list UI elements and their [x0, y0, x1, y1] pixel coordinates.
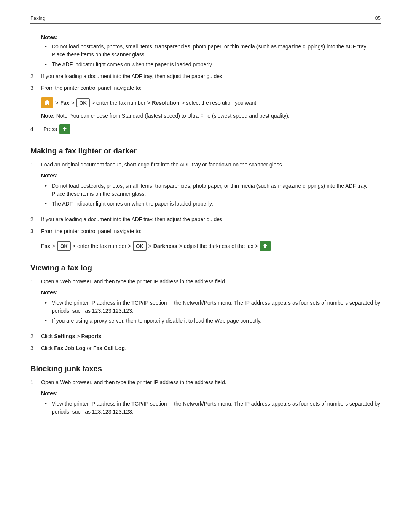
cmd1-select: > select the resolution you want	[182, 100, 256, 106]
cmd2-arrow1: >	[52, 243, 55, 249]
note-resolution: Note: Note: You can choose from Standard…	[41, 112, 381, 120]
fax-log-note-1: View the printer IP address in the TCP/I…	[45, 299, 381, 315]
step-2-num: 2	[30, 72, 41, 80]
section-lighter-heading: Making a fax lighter or darker	[30, 147, 381, 155]
fax-log-step-3: 3 Click Fax Job Log or Fax Call Log.	[30, 344, 381, 352]
command-line-1: > Fax > OK > enter the fax number > Reso…	[41, 97, 381, 108]
fax-log-step-1-num: 1	[30, 278, 41, 329]
fax-log-notes-block: Notes: View the printer IP address in th…	[41, 289, 381, 325]
step-3-num: 3	[30, 84, 41, 92]
cmd1-resolution: Resolution	[152, 100, 179, 106]
step-3-content: From the printer control panel, navigate…	[41, 84, 381, 92]
page: Faxing 85 Notes: Do not load postcards, …	[0, 0, 411, 532]
blocking-step-1-content: Open a Web browser, and then type the pr…	[41, 379, 381, 420]
top-notes-label: Notes:	[41, 34, 381, 40]
lighter-steps-list: 1 Load an original document faceup, shor…	[30, 161, 381, 235]
blocking-note-1: View the printer IP address in the TCP/I…	[45, 400, 381, 416]
header-page-num: 85	[375, 15, 381, 21]
lighter-step-1: 1 Load an original document faceup, shor…	[30, 161, 381, 212]
submit-icon-1	[59, 124, 70, 134]
lighter-step-2-num: 2	[30, 216, 41, 224]
svg-marker-0	[62, 127, 67, 131]
ok-button-1: OK	[76, 98, 90, 107]
lighter-step-3-num: 3	[30, 227, 41, 235]
section-fax-log-heading: Viewing a fax log	[30, 264, 381, 272]
lighter-notes-label: Notes:	[41, 172, 381, 180]
cmd2-fax: Fax	[41, 243, 50, 249]
lighter-note-2: The ADF indicator light comes on when th…	[45, 200, 381, 208]
section-blocking-heading: Blocking junk faxes	[30, 364, 381, 373]
top-notes-block: Notes: Do not load postcards, photos, sm…	[41, 34, 381, 69]
top-note-item-2: The ADF indicator light comes on when th…	[45, 61, 381, 69]
header-section: Faxing	[30, 15, 45, 21]
top-notes-list: Do not load postcards, photos, small ite…	[41, 43, 381, 69]
step-2: 2 If you are loading a document into the…	[30, 72, 381, 80]
cmd1-enter-fax: > enter the fax number >	[92, 100, 150, 106]
cmd1-arrow2: >	[71, 100, 74, 106]
home-icon	[41, 97, 53, 108]
fax-log-note-2: If you are using a proxy server, then te…	[45, 317, 381, 325]
cmd1-arrow1: >	[55, 100, 58, 106]
lighter-step-3: 3 From the printer control panel, naviga…	[30, 227, 381, 235]
fax-log-step-1: 1 Open a Web browser, and then type the …	[30, 278, 381, 329]
fax-log-step-2-num: 2	[30, 332, 41, 340]
step-4-period: .	[72, 126, 74, 132]
lighter-notes-list: Do not load postcards, photos, small ite…	[41, 182, 381, 208]
fax-log-step-1-content: Open a Web browser, and then type the pr…	[41, 278, 381, 329]
lighter-notes-block: Notes: Do not load postcards, photos, sm…	[41, 172, 381, 208]
blocking-notes-list: View the printer IP address in the TCP/I…	[41, 400, 381, 416]
cmd2-adjust: > adjust the darkness of the fax >	[179, 243, 258, 249]
lighter-step-1-content: Load an original document faceup, short …	[41, 161, 381, 212]
fax-log-notes-list: View the printer IP address in the TCP/I…	[41, 299, 381, 325]
svg-marker-1	[263, 244, 268, 248]
cmd2-arrow2: >	[148, 243, 151, 249]
step-4: 4 Press .	[30, 124, 381, 134]
header-bar: Faxing 85	[30, 15, 381, 24]
fax-log-step-2-content: Click Settings > Reports.	[41, 332, 381, 340]
lighter-step-2-content: If you are loading a document into the A…	[41, 216, 381, 224]
step-4-press: Press	[43, 126, 57, 132]
step-4-num: 4	[30, 126, 41, 132]
fax-log-step-2: 2 Click Settings > Reports.	[30, 332, 381, 340]
lighter-step-3-content: From the printer control panel, navigate…	[41, 227, 381, 235]
top-note-item-1: Do not load postcards, photos, small ite…	[45, 43, 381, 59]
lighter-step-1-num: 1	[30, 161, 41, 212]
fax-log-step-3-content: Click Fax Job Log or Fax Call Log.	[41, 344, 381, 352]
step-2-content: If you are loading a document into the A…	[41, 72, 381, 80]
blocking-step-1: 1 Open a Web browser, and then type the …	[30, 379, 381, 420]
blocking-step-1-num: 1	[30, 379, 41, 420]
blocking-steps-list: 1 Open a Web browser, and then type the …	[30, 379, 381, 420]
fax-log-step-3-num: 3	[30, 344, 41, 352]
lighter-note-1: Do not load postcards, photos, small ite…	[45, 182, 381, 198]
fax-log-steps-list: 1 Open a Web browser, and then type the …	[30, 278, 381, 352]
steps-top-list: 2 If you are loading a document into the…	[30, 72, 381, 92]
lighter-step-2: 2 If you are loading a document into the…	[30, 216, 381, 224]
fax-log-notes-label: Notes:	[41, 289, 381, 297]
ok-button-2: OK	[57, 241, 71, 251]
step-3: 3 From the printer control panel, naviga…	[30, 84, 381, 92]
command-line-2: Fax > OK > enter the fax number > OK > D…	[41, 241, 381, 251]
blocking-notes-label: Notes:	[41, 390, 381, 398]
ok-button-3: OK	[133, 241, 147, 251]
cmd1-fax: Fax	[60, 100, 69, 106]
blocking-notes-block: Notes: View the printer IP address in th…	[41, 390, 381, 416]
cmd2-darkness: Darkness	[153, 243, 177, 249]
submit-icon-2	[260, 241, 271, 251]
cmd2-enter-fax: > enter the fax number >	[73, 243, 131, 249]
